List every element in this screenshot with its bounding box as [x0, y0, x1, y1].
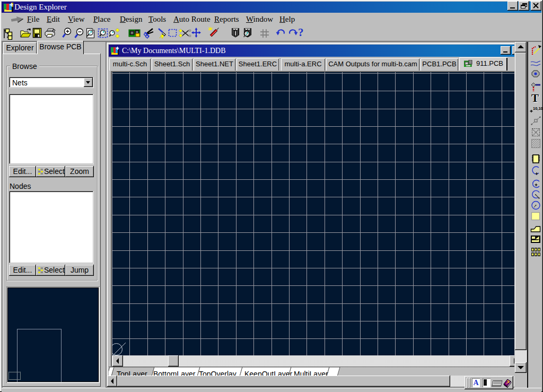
- svg-text:10,10: 10,10: [533, 106, 543, 111]
- svg-text:BottomLayer: BottomLayer: [153, 370, 196, 376]
- svg-text:TopLayer: TopLayer: [117, 370, 147, 376]
- svg-text:MultiLayer: MultiLayer: [294, 370, 328, 376]
- svg-text:TopOverlay: TopOverlay: [199, 370, 237, 376]
- svg-text:KeepOutLayer: KeepOutLayer: [244, 370, 293, 376]
